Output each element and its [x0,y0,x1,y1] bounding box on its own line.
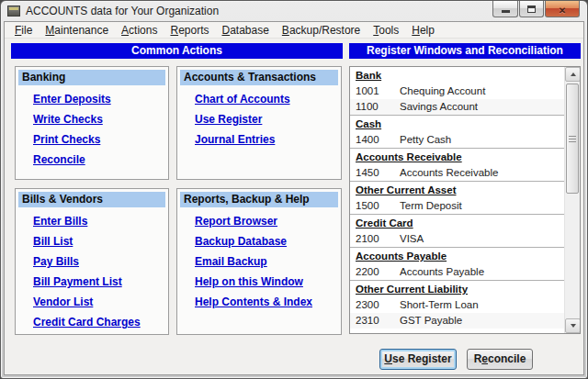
section-header-accounts-transactions: Accounts & Transactions [180,70,338,85]
scrollbar-grip-icon [569,136,576,142]
link-email-backup[interactable]: Email Backup [195,251,338,272]
account-name: Term Deposit [400,200,462,211]
register-row-2100[interactable]: 2100VISA [350,231,564,247]
scroll-up-arrow-icon [571,72,576,76]
register-row-1100[interactable]: 1100Savings Account [350,99,564,115]
register-group-header-bank: Bank [350,68,564,84]
link-pay-bills[interactable]: Pay Bills [33,251,165,272]
account-number: 1450 [356,165,400,181]
account-name: Short-Term Loan [400,299,479,310]
account-name: Petty Cash [400,134,451,145]
register-group-header-other-current-liability: Other Current Liability [350,282,564,297]
maximize-button[interactable] [519,1,544,17]
client-area: FileMaintenanceActionsReportsDatabaseBac… [4,21,584,375]
register-group-accounts-receivable: Accounts Receivable1450Accounts Receivab… [350,148,564,181]
link-bill-list[interactable]: Bill List [33,231,165,251]
register-group-other-current-liability: Other Current Liability2300Short-Term Lo… [350,280,564,329]
link-write-checks[interactable]: Write Checks [33,109,165,129]
link-chart-of-accounts[interactable]: Chart of Accounts [195,89,338,109]
section-reports-backup-help: Reports, Backup & HelpReport BrowserBack… [176,188,342,335]
link-report-browser[interactable]: Report Browser [195,211,338,231]
account-name: Savings Account [400,101,478,112]
register-account-list: Bank1001Chequing Account1100Savings Acco… [349,66,581,334]
account-name: GST Payable [400,315,462,326]
reconcile-button[interactable]: Reconcile [467,349,533,370]
account-number: 1400 [356,132,400,148]
use-register-button[interactable]: Use Register [379,349,457,370]
scroll-down-arrow-icon [571,324,576,328]
link-journal-entries[interactable]: Journal Entries [195,129,338,150]
register-group-credit-card: Credit Card2100VISA [350,214,564,247]
register-group-accounts-payable: Accounts Payable2200Accounts Payable [350,247,564,280]
link-help-contents-index[interactable]: Help Contents & Index [195,292,338,312]
account-number: 2200 [356,264,400,280]
register-row-1001[interactable]: 1001Chequing Account [350,84,564,99]
link-reconcile[interactable]: Reconcile [33,150,165,170]
window-controls [492,1,580,17]
link-bill-payment-list[interactable]: Bill Payment List [33,272,165,292]
link-print-checks[interactable]: Print Checks [33,129,165,150]
reconcile-label-pre: R [474,352,482,365]
section-accounts-transactions: Accounts & TransactionsChart of Accounts… [176,66,342,180]
scrollbar-thumb[interactable] [566,84,579,194]
close-button[interactable] [545,1,580,17]
register-windows-header: Register Windows and Reconciliation [349,43,581,59]
register-group-header-other-current-asset: Other Current Asset [350,183,564,198]
register-row-2310[interactable]: 2310GST Payable [350,313,564,329]
register-row-2300[interactable]: 2300Short-Term Loan [350,297,564,313]
account-number: 1001 [356,84,400,99]
link-help-on-this-window[interactable]: Help on this Window [195,272,338,292]
register-group-header-credit-card: Credit Card [350,216,564,231]
account-number: 2310 [356,313,400,329]
account-name: Accounts Payable [400,266,484,277]
account-number: 2100 [356,231,400,247]
app-icon [7,6,20,17]
scroll-down-button[interactable] [565,318,581,333]
register-group-cash: Cash1400Petty Cash [350,115,564,148]
minimize-button[interactable] [492,1,518,17]
register-row-1400[interactable]: 1400Petty Cash [350,132,564,148]
menu-item-help[interactable]: Help [405,23,441,38]
scroll-up-button[interactable] [565,67,581,82]
use-register-label-post: se Register [392,352,452,365]
register-row-1500[interactable]: 1500Term Deposit [350,198,564,214]
link-vendor-list[interactable]: Vendor List [33,292,165,312]
account-number: 2300 [356,297,400,313]
reconcile-label-key: e [481,352,488,365]
section-bills-vendors: Bills & VendorsEnter BillsBill ListPay B… [15,188,169,335]
section-header-bills-vendors: Bills & Vendors [18,192,165,207]
app-window: ACCOUNTS data for Your Organization File… [0,0,588,379]
menu-item-tools[interactable]: Tools [367,23,405,38]
title-bar[interactable]: ACCOUNTS data for Your Organization [1,1,587,21]
register-row-1450[interactable]: 1450Accounts Receivable [350,165,564,181]
link-enter-bills[interactable]: Enter Bills [33,211,165,231]
account-number: 1100 [356,99,400,115]
link-use-register[interactable]: Use Register [195,109,338,129]
account-name: VISA [400,233,424,244]
register-group-header-accounts-receivable: Accounts Receivable [350,150,564,165]
link-enter-deposits[interactable]: Enter Deposits [33,89,165,109]
register-group-bank: Bank1001Chequing Account1100Savings Acco… [350,67,564,115]
register-group-header-cash: Cash [350,117,564,132]
link-backup-database[interactable]: Backup Database [195,231,338,251]
section-banking: BankingEnter DepositsWrite ChecksPrint C… [15,66,169,180]
menu-item-actions[interactable]: Actions [115,23,164,38]
vertical-scrollbar[interactable] [564,67,580,333]
reconcile-label-post: concile [488,352,526,365]
register-group-header-accounts-payable: Accounts Payable [350,249,564,264]
account-number: 1500 [356,198,400,214]
account-name: Accounts Receivable [400,167,498,178]
menu-item-backup-restore[interactable]: Backup/Restore [276,23,367,38]
menu-item-reports[interactable]: Reports [164,23,215,38]
section-header-banking: Banking [18,70,165,85]
close-icon [559,1,566,17]
maximize-icon [527,6,536,13]
register-row-2200[interactable]: 2200Accounts Payable [350,264,564,280]
common-actions-header: Common Actions [11,43,343,59]
menu-item-database[interactable]: Database [215,23,275,38]
window-title: ACCOUNTS data for Your Organization [26,5,219,17]
menu-item-file[interactable]: File [8,23,39,38]
menu-item-maintenance[interactable]: Maintenance [39,23,115,38]
menu-bar: FileMaintenanceActionsReportsDatabaseBac… [5,22,583,39]
link-credit-card-charges[interactable]: Credit Card Charges [33,312,165,332]
